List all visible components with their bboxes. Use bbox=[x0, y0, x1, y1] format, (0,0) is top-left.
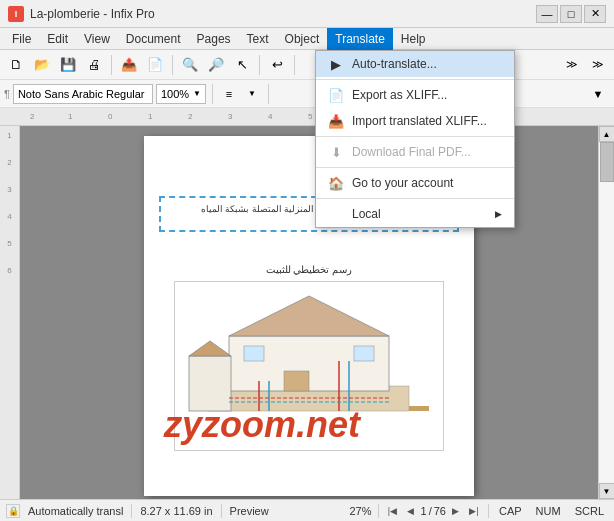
zoom-level: 27% bbox=[350, 505, 372, 517]
paragraph-icon: ¶ bbox=[4, 88, 10, 100]
status-bar: 🔒 Automatically transl 8.27 x 11.69 in P… bbox=[0, 499, 614, 521]
undo-button[interactable]: ↩ bbox=[265, 53, 289, 77]
svg-rect-8 bbox=[354, 346, 374, 361]
svg-rect-7 bbox=[244, 346, 264, 361]
next-page-button[interactable]: ▶ bbox=[448, 503, 464, 519]
status-divider-1 bbox=[131, 504, 132, 518]
font-size[interactable]: 100% ▼ bbox=[156, 84, 206, 104]
overflow-button[interactable]: ≫ bbox=[560, 53, 584, 77]
watermark: zyzoom.net bbox=[164, 404, 360, 446]
menu-text[interactable]: Text bbox=[239, 28, 277, 50]
local-item[interactable]: Local ▶ bbox=[316, 201, 514, 227]
arabic-caption: رسم تخطيطي للثبيت bbox=[266, 264, 353, 275]
auto-translate-item[interactable]: ▶ Auto-translate... bbox=[316, 51, 514, 77]
minimize-button[interactable]: — bbox=[536, 5, 558, 23]
menu-object[interactable]: Object bbox=[277, 28, 328, 50]
page-navigation[interactable]: |◀ ◀ 1 / 76 ▶ ▶| bbox=[385, 503, 482, 519]
caps-lock-indicator: CAP bbox=[495, 505, 526, 517]
num-lock-indicator: NUM bbox=[532, 505, 565, 517]
last-page-button[interactable]: ▶| bbox=[466, 503, 482, 519]
menu-translate[interactable]: Translate bbox=[327, 28, 393, 50]
horizontal-ruler: 2 1 0 1 2 3 4 5 bbox=[0, 108, 614, 126]
svg-marker-5 bbox=[189, 341, 231, 356]
current-page: 1 bbox=[421, 505, 427, 517]
open-button[interactable]: 📂 bbox=[30, 53, 54, 77]
toolbar-format: ¶ Noto Sans Arabic Regular 100% ▼ ≡ ▼ ▼ bbox=[0, 80, 614, 108]
menu-document[interactable]: Document bbox=[118, 28, 189, 50]
scroll-track[interactable] bbox=[599, 142, 615, 483]
svg-rect-6 bbox=[284, 371, 309, 391]
local-arrow-icon: ▶ bbox=[495, 209, 502, 219]
title-controls: — □ ✕ bbox=[536, 5, 606, 23]
separator-1 bbox=[111, 55, 112, 75]
scroll-lock-indicator: SCRL bbox=[571, 505, 608, 517]
save-button[interactable]: 💾 bbox=[56, 53, 80, 77]
export-xliff-icon: 📄 bbox=[328, 87, 344, 103]
menu-edit[interactable]: Edit bbox=[39, 28, 76, 50]
app-icon: I bbox=[8, 6, 24, 22]
prev-page-button[interactable]: ◀ bbox=[403, 503, 419, 519]
account-icon: 🏠 bbox=[328, 175, 344, 191]
zoom-controls[interactable]: 27% bbox=[350, 505, 372, 517]
separator-6 bbox=[268, 84, 269, 104]
goto-account-item[interactable]: 🏠 Go to your account bbox=[316, 170, 514, 196]
close-button[interactable]: ✕ bbox=[584, 5, 606, 23]
zoom-button[interactable]: 🔎 bbox=[204, 53, 228, 77]
separator-2 bbox=[172, 55, 173, 75]
menu-separator-2 bbox=[316, 136, 514, 137]
download-pdf-item: ⬇ Download Final PDF... bbox=[316, 139, 514, 165]
menu-help[interactable]: Help bbox=[393, 28, 434, 50]
expand-button[interactable]: ≫ bbox=[586, 53, 610, 77]
page-button[interactable]: 📄 bbox=[143, 53, 167, 77]
print-button[interactable]: 🖨 bbox=[82, 53, 106, 77]
toolbar-main: 🗋 📂 💾 🖨 📤 📄 🔍 🔎 ↖ ↩ ≫ ≫ bbox=[0, 50, 614, 80]
align-left-button[interactable]: ≡ bbox=[219, 84, 239, 104]
local-icon bbox=[328, 206, 344, 222]
menu-bar: File Edit View Document Pages Text Objec… bbox=[0, 28, 614, 50]
status-message: Automatically transl bbox=[24, 505, 127, 517]
menu-pages[interactable]: Pages bbox=[189, 28, 239, 50]
download-pdf-icon: ⬇ bbox=[328, 144, 344, 160]
cursor-button[interactable]: ↖ bbox=[230, 53, 254, 77]
scroll-thumb[interactable] bbox=[600, 142, 614, 182]
translate-dropdown-menu: ▶ Auto-translate... 📄 Export as XLIFF...… bbox=[315, 50, 515, 228]
svg-marker-3 bbox=[229, 296, 389, 336]
separator-5 bbox=[212, 84, 213, 104]
status-divider-4 bbox=[488, 504, 489, 518]
title-bar-left: I La-plomberie - Infix Pro bbox=[8, 6, 155, 22]
scan-button[interactable]: 🔍 bbox=[178, 53, 202, 77]
new-button[interactable]: 🗋 bbox=[4, 53, 28, 77]
menu-file[interactable]: File bbox=[4, 28, 39, 50]
title-bar: I La-plomberie - Infix Pro — □ ✕ bbox=[0, 0, 614, 28]
menu-separator-4 bbox=[316, 198, 514, 199]
scroll-up-button[interactable]: ▲ bbox=[599, 126, 615, 142]
vertical-scrollbar[interactable]: ▲ ▼ bbox=[598, 126, 614, 499]
page-dimensions: 8.27 x 11.69 in bbox=[136, 505, 216, 517]
status-divider-3 bbox=[378, 504, 379, 518]
main-area: 1 2 3 4 5 6 وتشمل الشبكة الداخلية كل الأ… bbox=[0, 126, 614, 499]
status-divider-2 bbox=[221, 504, 222, 518]
separator-3 bbox=[259, 55, 260, 75]
svg-rect-4 bbox=[189, 356, 231, 411]
export-xliff-item[interactable]: 📄 Export as XLIFF... bbox=[316, 82, 514, 108]
scroll-down-button[interactable]: ▼ bbox=[599, 483, 615, 499]
preview-mode: Preview bbox=[226, 505, 273, 517]
vertical-ruler: 1 2 3 4 5 6 bbox=[0, 126, 20, 499]
panel-toggle[interactable]: ▼ bbox=[586, 82, 610, 106]
status-right: 27% |◀ ◀ 1 / 76 ▶ ▶| CAP NUM SCRL bbox=[350, 503, 609, 519]
maximize-button[interactable]: □ bbox=[560, 5, 582, 23]
import-xliff-item[interactable]: 📥 Import translated XLIFF... bbox=[316, 108, 514, 134]
menu-separator-3 bbox=[316, 167, 514, 168]
total-pages: 76 bbox=[434, 505, 446, 517]
status-icon: 🔒 bbox=[6, 504, 20, 518]
export-button[interactable]: 📤 bbox=[117, 53, 141, 77]
menu-view[interactable]: View bbox=[76, 28, 118, 50]
status-left: 🔒 Automatically transl 8.27 x 11.69 in P… bbox=[6, 504, 340, 518]
menu-separator-1 bbox=[316, 79, 514, 80]
import-xliff-icon: 📥 bbox=[328, 113, 344, 129]
first-page-button[interactable]: |◀ bbox=[385, 503, 401, 519]
auto-translate-icon: ▶ bbox=[328, 56, 344, 72]
align-dropdown[interactable]: ▼ bbox=[242, 84, 262, 104]
title-text: La-plomberie - Infix Pro bbox=[30, 7, 155, 21]
font-selector[interactable]: Noto Sans Arabic Regular bbox=[13, 84, 153, 104]
